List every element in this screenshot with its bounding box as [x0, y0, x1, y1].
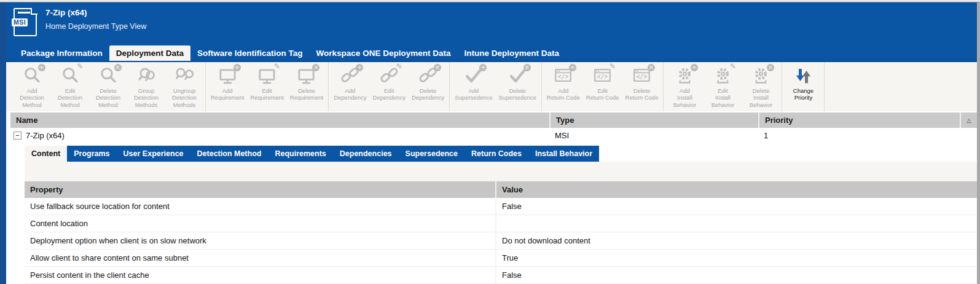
window-subtitle: Home Deployment Type View [45, 22, 146, 31]
property-value-cell: False [495, 267, 977, 283]
edit-detection-method-button[interactable]: Edit Detection Method [51, 62, 89, 109]
toolbar-button-label: Edit Return Code [586, 87, 619, 101]
magnifiers-apart-icon [175, 66, 194, 85]
toolbar-button-label: Delete Requirement [290, 87, 323, 101]
detail-tab-label: Programs [74, 149, 109, 158]
badge-icon [273, 63, 281, 70]
tab-workspace-one-deployment-data[interactable]: Workspace ONE Deployment Data [310, 45, 458, 61]
group-detection-methods-button[interactable]: Group Detection Methods [127, 62, 165, 109]
badge-icon [356, 64, 363, 71]
toolbar-group-supersedence: Add Supersedence Delete Supersedence [450, 62, 542, 111]
magnifier-icon [61, 66, 80, 85]
add-install-behavior-button[interactable]: Add Install Behavior [665, 62, 704, 109]
main-tab-label: Workspace ONE Deployment Data [316, 49, 451, 58]
deployment-grid-header: Name Type Priority △ [10, 112, 977, 128]
property-row[interactable]: Content location [25, 215, 977, 232]
badge-icon [114, 64, 122, 71]
property-name-cell: Deployment option when client is on slow… [25, 236, 495, 245]
tab-programs[interactable]: Programs [67, 146, 116, 162]
deployment-type-view: MSI 7-Zip (x64) Home Deployment Type Vie… [0, 2, 980, 284]
header-banner: MSI 7-Zip (x64) Home Deployment Type Vie… [6, 2, 977, 62]
main-tab-label: Deployment Data [116, 49, 184, 58]
property-name-cell: Persist content in the client cache [25, 270, 495, 280]
edit-return-code-button[interactable]: Edit Return Code [583, 62, 622, 103]
toolbar-button-label: Delete Supersedence [499, 87, 536, 101]
tab-user-experience[interactable]: User Experience [117, 146, 190, 162]
sort-ascending-icon: △ [967, 117, 971, 124]
property-value-cell [495, 215, 977, 232]
column-header-value[interactable]: Value [495, 181, 977, 198]
delete-install-behavior-button[interactable]: Delete Install Behavior [742, 62, 780, 109]
deployment-name-cell: 7-Zip (x64) [26, 131, 65, 140]
monitor-icon [218, 66, 237, 85]
delete-return-code-button[interactable]: Delete Return Code [622, 62, 662, 103]
monitor-icon [257, 66, 276, 85]
tab-detection-method[interactable]: Detection Method [190, 146, 269, 162]
detail-tab-label: Content [31, 149, 60, 158]
delete-requirement-button[interactable]: Delete Requirement [287, 62, 326, 103]
add-requirement-button[interactable]: Add Requirement [208, 62, 247, 103]
code-icon [593, 66, 612, 85]
detail-tab-label: Supersedence [406, 149, 458, 158]
add-dependency-button[interactable]: Add Dependency [331, 62, 369, 103]
detail-tab-label: Install Behavior [535, 149, 592, 158]
tab-content[interactable]: Content [25, 146, 67, 162]
deployment-type-row[interactable]: 7-Zip (x64) MSI 1 [10, 128, 977, 143]
toolbar-button-label: Edit Detection Method [58, 87, 82, 108]
property-name-cell: Allow client to share content on same su… [25, 253, 495, 262]
tab-supersedence[interactable]: Supersedence [399, 146, 465, 162]
badge-icon [434, 64, 441, 71]
toolbar-button-label: Add Return Code [547, 87, 580, 101]
property-row[interactable]: Allow client to share content on same su… [25, 250, 977, 267]
edit-dependency-button[interactable]: Edit Dependency [370, 62, 409, 103]
chain-icon [340, 66, 359, 85]
column-header-type[interactable]: Type [549, 112, 758, 128]
tab-package-information[interactable]: Package Information [14, 45, 109, 61]
toolbar-button-label: Add Dependency [334, 87, 366, 101]
check-icon [508, 66, 527, 85]
content-panel: Property Value Use fallback source locat… [25, 162, 977, 284]
edit-requirement-button[interactable]: Edit Requirement [247, 62, 286, 103]
add-supersedence-button[interactable]: Add Supersedence [452, 62, 495, 103]
column-header-priority[interactable]: Priority [758, 112, 960, 128]
deployment-type-cell: MSI [549, 128, 758, 143]
tab-requirements[interactable]: Requirements [268, 146, 332, 162]
main-tab-bar: Package Information Deployment Data Soft… [14, 45, 566, 61]
column-header-property[interactable]: Property [25, 185, 495, 194]
tab-dependencies[interactable]: Dependencies [333, 146, 399, 162]
badge-icon [609, 63, 616, 70]
ungroup-detection-methods-button[interactable]: Ungroup Detection Methods [165, 62, 203, 109]
chain-icon [418, 66, 437, 85]
property-row[interactable]: Use fallback source location for content… [25, 198, 977, 215]
badge-icon [233, 64, 241, 71]
add-return-code-button[interactable]: Add Return Code [544, 62, 583, 103]
code-icon [554, 66, 573, 85]
detail-tab-label: Dependencies [340, 149, 392, 158]
tab-intune-deployment-data[interactable]: Intune Deployment Data [457, 45, 566, 61]
change-priority-button[interactable]: Change Priority [784, 62, 822, 103]
detail-panel: Content Programs User Experience Detecti… [25, 146, 977, 284]
delete-detection-method-button[interactable]: Delete Detection Method [89, 62, 127, 109]
toolbar-button-label: Ungroup Detection Methods [172, 87, 197, 108]
toolbar-button-label: Group Detection Methods [134, 87, 159, 108]
main-tab-label: Intune Deployment Data [464, 49, 559, 58]
tab-return-codes[interactable]: Return Codes [465, 146, 528, 162]
collapse-toggle-icon[interactable] [14, 132, 22, 140]
edit-install-behavior-button[interactable]: Edit Install Behavior [704, 62, 742, 109]
window-title: 7-Zip (x64) [45, 8, 146, 17]
tab-deployment-data[interactable]: Deployment Data [109, 45, 190, 61]
delete-dependency-button[interactable]: Delete Dependency [409, 62, 447, 103]
toolbar-button-label: Delete Detection Method [96, 87, 120, 108]
delete-supersedence-button[interactable]: Delete Supersedence [496, 62, 539, 103]
toolbar-group-install-behavior: Add Install Behavior Edit Install Behavi… [664, 62, 782, 111]
toolbar: Add Detection Method Edit Detection Meth… [6, 62, 977, 111]
property-row[interactable]: Persist content in the client cache Fals… [25, 267, 977, 284]
add-detection-method-button[interactable]: Add Detection Method [13, 62, 51, 109]
toolbar-group-detection: Add Detection Method Edit Detection Meth… [11, 62, 206, 111]
chain-icon [380, 66, 399, 85]
toolbar-button-label: Delete Return Code [625, 87, 659, 101]
tab-install-behavior[interactable]: Install Behavior [528, 146, 599, 162]
property-row[interactable]: Deployment option when client is on slow… [25, 232, 977, 250]
tab-software-identification-tag[interactable]: Software Identification Tag [190, 45, 310, 61]
column-header-name[interactable]: Name [10, 116, 549, 125]
